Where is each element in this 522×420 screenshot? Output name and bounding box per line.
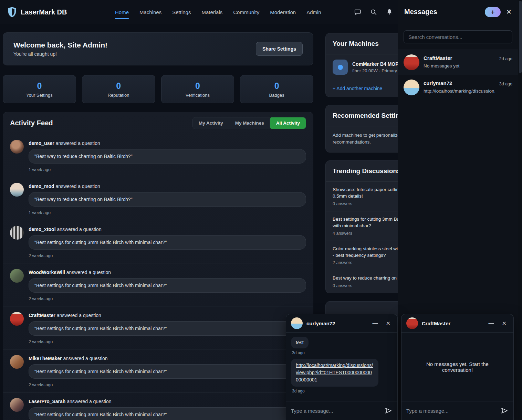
chat-message-input[interactable] (406, 408, 497, 414)
machine-detail: fiber 20.00W · Primary (352, 68, 402, 73)
nav-item-admin[interactable]: Admin (306, 0, 321, 24)
messages-header: Messages + ✕ (398, 0, 518, 24)
nav-item-settings[interactable]: Settings (172, 0, 191, 24)
activity-feed-title: Activity Feed (10, 119, 53, 127)
chat-bubble-icon[interactable] (354, 8, 362, 16)
stat-value: 0 (116, 81, 121, 91)
stat-card-badges[interactable]: 0 Badges (240, 75, 313, 103)
brand: LaserMark DB (8, 0, 67, 24)
stat-card-verifications[interactable]: 0 Verifications (161, 75, 234, 103)
feed-quote[interactable]: "Best settings for cutting 3mm Baltic Bi… (29, 321, 306, 336)
chat-input-bar (286, 401, 397, 420)
chat-messages: test 3d ago http://localhost/marking/dis… (286, 333, 397, 401)
stat-card-your-settings[interactable]: 0 Your Settings (3, 75, 76, 103)
feed-time: 2 weeks ago (29, 296, 306, 301)
conversation-time: 3d ago (499, 80, 512, 95)
send-icon[interactable] (384, 407, 393, 415)
feed-item-body: LaserPro_Sarah answered a question "Best… (29, 398, 306, 420)
conversation-row-curlyman72[interactable]: curlyman72 http://localhost/marking/disc… (398, 75, 518, 100)
conversation-info: CraftMaster No messages yet (424, 54, 495, 70)
send-icon[interactable] (500, 407, 509, 415)
machine-icon (333, 60, 348, 75)
conversation-search-wrap (398, 24, 518, 50)
feed-quote[interactable]: "Best settings for cutting 3mm Baltic Bi… (29, 278, 306, 293)
chat-close-icon[interactable]: ✕ (500, 319, 509, 327)
feed-item-headline: CraftMaster answered a question (29, 313, 306, 318)
welcome-title: Welcome back, Site Admin! (13, 41, 107, 49)
feed-item[interactable]: CraftMaster answered a question "Best se… (3, 306, 313, 349)
machine-info: ComMarker B4 MOPA fiber 20.00W · Primary (352, 61, 402, 73)
feed-item-headline: WoodWorksWill answered a question (29, 270, 306, 275)
nav-item-community[interactable]: Community (233, 0, 259, 24)
activity-feed-tabs: My Activity My Machines All Activity (192, 117, 306, 129)
feed-username[interactable]: MikeTheMaker (29, 356, 62, 361)
feed-username[interactable]: demo_mod (29, 183, 54, 189)
conversation-row-craftmaster[interactable]: CraftMaster No messages yet 2d ago (398, 50, 518, 75)
nav-item-machines[interactable]: Machines (139, 0, 161, 24)
conversation-name: curlyman72 (424, 80, 495, 86)
feed-item-headline: MikeTheMaker answered a question (29, 356, 306, 361)
feed-username[interactable]: LaserPro_Sarah (29, 399, 65, 404)
feed-time: 2 weeks ago (29, 382, 306, 387)
share-settings-button[interactable]: Share Settings (256, 42, 303, 56)
messages-close-icon[interactable]: ✕ (506, 8, 512, 16)
chat-minimize-icon[interactable]: — (370, 319, 380, 327)
feed-item-headline: demo_mod answered a question (29, 183, 306, 189)
machine-dot-icon (338, 65, 343, 70)
feed-username[interactable]: CraftMaster (29, 313, 55, 318)
feed-item[interactable]: WoodWorksWill answered a question "Best … (3, 263, 313, 306)
avatar (10, 355, 24, 369)
conversation-search-input[interactable] (404, 30, 512, 43)
tab-my-activity[interactable]: My Activity (193, 117, 229, 129)
chat-message-time: 3d ago (292, 350, 393, 355)
feed-quote[interactable]: "Best way to reduce charring on Baltic B… (29, 149, 306, 164)
bell-icon[interactable] (386, 8, 393, 16)
avatar (404, 80, 419, 95)
feed-username[interactable]: demo_xtool (29, 227, 56, 232)
avatar (10, 183, 24, 197)
feed-quote[interactable]: "Best settings for cutting 3mm Baltic Bi… (29, 407, 306, 420)
feed-item[interactable]: demo_xtool answered a question "Best set… (3, 220, 313, 263)
feed-time: 1 week ago (29, 210, 306, 215)
nav-item-moderation[interactable]: Moderation (270, 0, 296, 24)
feed-quote[interactable]: "Best settings for cutting 3mm Baltic Bi… (29, 235, 306, 250)
nav-item-home[interactable]: Home (115, 0, 129, 24)
conversation-preview: http://localhost/marking/discussion... (424, 88, 495, 94)
stat-value: 0 (195, 81, 200, 91)
chat-message-link[interactable]: http://localhost/marking/discussions/vie… (291, 359, 378, 387)
feed-item[interactable]: demo_mod answered a question "Best way t… (3, 177, 313, 220)
stat-card-reputation[interactable]: 0 Reputation (82, 75, 155, 103)
feed-item-body: CraftMaster answered a question "Best se… (29, 312, 306, 344)
search-icon[interactable] (370, 8, 377, 16)
tab-all-activity[interactable]: All Activity (270, 117, 306, 129)
feed-action: answered a question (57, 313, 101, 318)
feed-username[interactable]: demo_user (29, 140, 54, 146)
feed-item-headline: demo_xtool answered a question (29, 227, 306, 232)
welcome-text: Welcome back, Site Admin! You're all cau… (13, 41, 107, 57)
welcome-subtitle: You're all caught up! (13, 51, 107, 57)
feed-username[interactable]: WoodWorksWill (29, 270, 65, 275)
avatar (404, 54, 419, 70)
chat-input-bar (401, 401, 513, 420)
chat-user-name: curlyman72 (306, 321, 367, 326)
nav-item-materials[interactable]: Materials (201, 0, 222, 24)
feed-quote[interactable]: "Best way to reduce charring on Baltic B… (29, 192, 306, 207)
feed-item[interactable]: demo_user answered a question "Best way … (3, 134, 313, 177)
feed-item[interactable]: MikeTheMaker answered a question "Best s… (3, 349, 313, 392)
avatar (10, 226, 24, 240)
feed-action: answered a question (56, 183, 100, 189)
new-message-button[interactable]: + (485, 7, 501, 17)
feed-quote[interactable]: "Best settings for cutting 3mm Baltic Bi… (29, 364, 306, 379)
feed-item-headline: demo_user answered a question (29, 140, 306, 146)
stats-row: 0 Your Settings 0 Reputation 0 Verificat… (3, 75, 313, 103)
chat-minimize-icon[interactable]: — (487, 319, 496, 327)
tab-my-machines[interactable]: My Machines (229, 117, 270, 129)
feed-item-body: demo_mod answered a question "Best way t… (29, 183, 306, 215)
header-icon-group (354, 0, 393, 24)
page-scrollbar[interactable] (518, 0, 522, 420)
chat-message-input[interactable] (291, 408, 381, 414)
chat-close-icon[interactable]: ✕ (384, 319, 393, 327)
scrollbar-thumb[interactable] (519, 1, 522, 73)
feed-item[interactable]: LaserPro_Sarah answered a question "Best… (3, 392, 313, 420)
chat-message: test (291, 337, 309, 348)
